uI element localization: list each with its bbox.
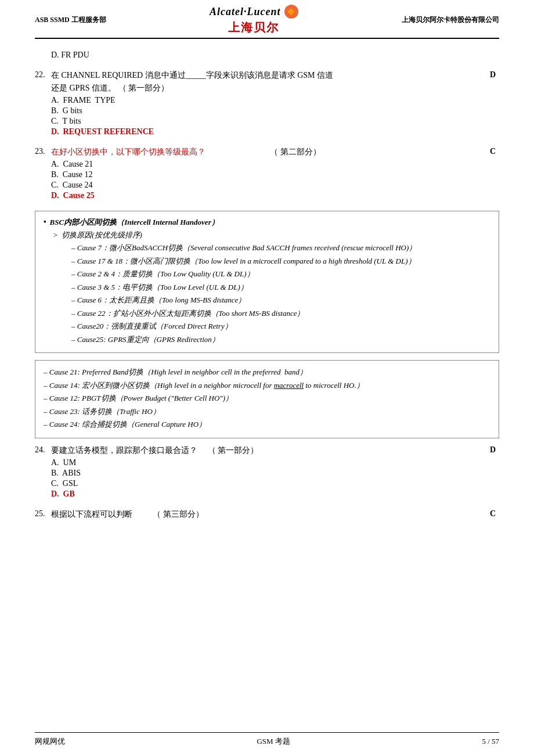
info-box-1: ▪ BSC内部小区间切换（Intercell Internal Handover… <box>35 211 499 353</box>
logo-icon: 🔶 <box>284 5 298 19</box>
q24-number: 24. <box>35 445 51 455</box>
question-22: 22. 在 CHANNEL REQUIRED 消息中通过_____字段来识别该消… <box>35 70 499 136</box>
infobox1-item-5: – Cause 6：太长距离且换（Too long MS-BS distance… <box>71 294 490 306</box>
header-right: 上海贝尔阿尔卡特股份有限公司 <box>402 15 499 25</box>
footer: 网规网优 GSM 考题 5 / 57 <box>35 732 499 747</box>
infobox1-arrow: > 切换原因(按优先级排序) <box>53 230 490 240</box>
q24-option-d: D. GB <box>51 489 499 499</box>
option-d-fr-pdu: D. FR PDU <box>51 51 499 60</box>
q22-number: 22. <box>35 70 51 80</box>
q24-option-a: A. UM <box>51 458 499 467</box>
question-24: 24. 要建立话务模型，跟踪那个接口最合适？ （ 第一部分） D A. UM B… <box>35 445 499 499</box>
infobox1-item-8: – Cause25: GPRS重定向（GPRS Redirection） <box>71 334 490 345</box>
question-23: 23. 在好小区切换中，以下哪个切换等级最高？ （ 第二部分） C A. Cau… <box>35 147 499 200</box>
logo-text: Alcatel·Lucent <box>210 6 280 18</box>
q22-answer: D <box>490 70 499 80</box>
infobox2-item-3: – Cause 12: PBGT切换（Power Budget ("Better… <box>44 393 490 404</box>
q22-subtext: 还是 GPRS 信道。 （ 第一部分） <box>51 83 499 93</box>
q24-text: 要建立话务模型，跟踪那个接口最合适？ （ 第一部分） <box>51 445 481 456</box>
q23-text: 在好小区切换中，以下哪个切换等级最高？ <box>51 147 266 157</box>
infobox1-item-4: – Cause 3 & 5：电平切换（Too Low Level (UL & D… <box>71 282 490 293</box>
q22-text: 在 CHANNEL REQUIRED 消息中通过_____字段来识别该消息是请求… <box>51 70 481 81</box>
q23-line: 23. 在好小区切换中，以下哪个切换等级最高？ （ 第二部分） C <box>35 147 499 157</box>
infobox1-item-6: – Cause 22：扩站小区外小区太短距离切换（Too short MS-BS… <box>71 308 490 319</box>
question-25: 25. 根据以下流程可以判断 （ 第三部分） C <box>35 509 499 520</box>
infobox1-item-1: – Cause 7：微小区BadSACCH切换（Several consecut… <box>71 242 490 254</box>
q24-line: 24. 要建立话务模型，跟踪那个接口最合适？ （ 第一部分） D <box>35 445 499 456</box>
option-label: D. <box>51 51 59 59</box>
page: ASB SSMD 工程服务部 Alcatel·Lucent 🔶 上海贝尔 上海贝… <box>0 0 534 756</box>
q23-option-d: D. Cause 25 <box>51 191 499 200</box>
q22-option-d: D. REQUEST REFERENCE <box>51 127 499 136</box>
infobox2-item-5: – Cause 24: 综合捕捉切换（General Capture HO） <box>44 419 490 430</box>
header-line: Alcatel·Lucent 🔶 <box>205 5 302 19</box>
infobox1-item-3: – Cause 2 & 4：质量切换（Too Low Quality (UL &… <box>71 268 490 280</box>
q25-number: 25. <box>35 509 51 519</box>
header-logo-row: Alcatel·Lucent 🔶 <box>210 5 298 19</box>
infobox1-header: ▪ BSC内部小区间切换（Intercell Internal Handover… <box>44 217 490 228</box>
q25-text: 根据以下流程可以判断 （ 第三部分） <box>51 509 481 520</box>
infobox1-item-7: – Cause20：强制直接重试（Forced Direct Retry） <box>71 321 490 332</box>
q22-option-a: A. FRAME TYPE <box>51 96 499 105</box>
infobox1-title: BSC内部小区间切换（Intercell Internal Handover） <box>50 217 219 228</box>
header: ASB SSMD 工程服务部 Alcatel·Lucent 🔶 上海贝尔 上海贝… <box>35 0 499 39</box>
q23-answer: C <box>490 147 499 156</box>
header-subtitle: 上海贝尔 <box>228 20 279 35</box>
infobox2-item-2: – Cause 14: 宏小区到微小区切换（High level in a ne… <box>44 380 490 391</box>
q23-option-a: A. Cause 21 <box>51 160 499 169</box>
infobox2-item-4: – Cause 23: 话务切换（Traffic HO） <box>44 406 490 417</box>
answer-d-fr-pdu: D. FR PDU <box>35 51 499 60</box>
underline-macrocell: macrocell <box>274 381 304 390</box>
q23-option-c: C. Cause 24 <box>51 181 499 190</box>
infobox1-checkbox-icon: ▪ <box>44 217 46 226</box>
footer-right: 5 / 57 <box>482 737 499 746</box>
q23-number: 23. <box>35 147 51 156</box>
infobox1-item-2: – Cause 17 & 18：微小区高门限切换（Too low level i… <box>71 255 490 267</box>
infobox2-item-1: – Cause 21: Preferred Band切换（High level … <box>44 366 490 378</box>
q25-line: 25. 根据以下流程可以判断 （ 第三部分） C <box>35 509 499 520</box>
q22-option-b: B. G bits <box>51 106 499 116</box>
footer-center: GSM 考题 <box>257 736 290 747</box>
q23-subpart: （ 第二部分） <box>266 147 481 157</box>
q24-option-b: B. ABIS <box>51 469 499 478</box>
footer-left: 网规网优 <box>35 736 65 747</box>
header-center: Alcatel·Lucent 🔶 上海贝尔 <box>205 5 302 35</box>
q24-answer: D <box>490 445 499 455</box>
content: D. FR PDU 22. 在 CHANNEL REQUIRED 消息中通过__… <box>35 41 499 520</box>
q25-answer: C <box>490 509 499 519</box>
q22-option-c: C. T bits <box>51 117 499 126</box>
q23-option-b: B. Cause 12 <box>51 170 499 179</box>
q24-option-c: C. GSL <box>51 479 499 488</box>
header-left: ASB SSMD 工程服务部 <box>35 15 106 25</box>
q22-line: 22. 在 CHANNEL REQUIRED 消息中通过_____字段来识别该消… <box>35 70 499 81</box>
option-text: FR PDU <box>61 51 89 59</box>
info-box-2: – Cause 21: Preferred Band切换（High level … <box>35 360 499 438</box>
